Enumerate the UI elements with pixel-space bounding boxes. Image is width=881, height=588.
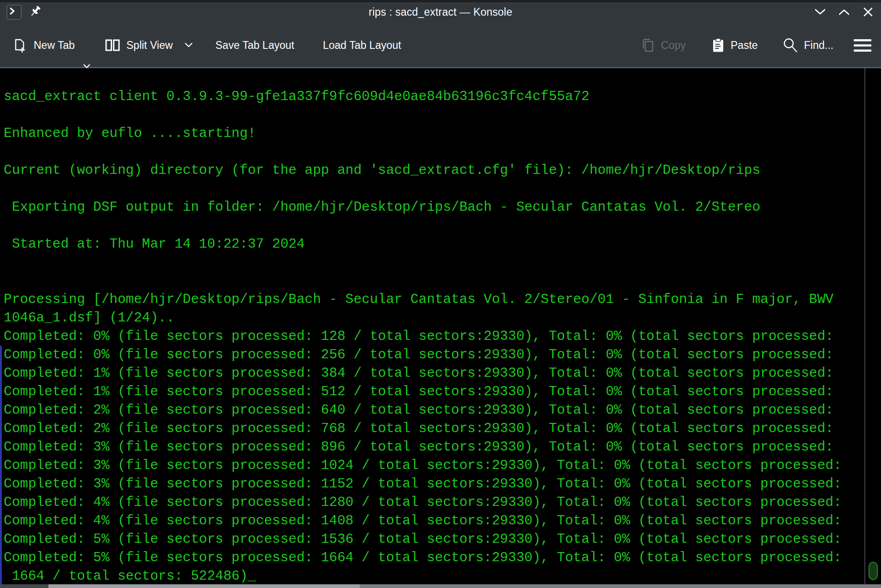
terminal-cursor: _ [248, 569, 256, 584]
terminal-line: Completed: 3% (file sectors processed: 1… [4, 457, 864, 475]
terminal-line: Completed: 1% (file sectors processed: 5… [4, 383, 864, 401]
terminal-line: Completed: 4% (file sectors processed: 1… [4, 512, 864, 530]
scrollbar-track[interactable] [865, 68, 881, 584]
load-tab-layout-label: Load Tab Layout [323, 39, 401, 52]
terminal-line [4, 217, 864, 235]
line-marker-bar [0, 346, 2, 584]
konsole-window: rips : sacd_extract — Konsole New Tab [0, 0, 881, 588]
terminal-line: Enhanced by euflo ....starting! [4, 125, 864, 143]
maximize-icon[interactable] [838, 6, 851, 18]
paste-label: Paste [731, 39, 758, 52]
minimize-icon[interactable] [814, 6, 827, 18]
copy-icon [641, 38, 655, 53]
new-tab-icon [13, 37, 28, 53]
terminal-line: Completed: 5% (file sectors processed: 1… [4, 549, 864, 567]
window-title: rips : sacd_extract — Konsole [0, 6, 881, 18]
paste-button[interactable]: Paste [712, 34, 758, 56]
titlebar[interactable]: rips : sacd_extract — Konsole [0, 2, 881, 23]
save-tab-layout-button[interactable]: Save Tab Layout [215, 34, 294, 56]
hamburger-menu-icon[interactable] [854, 34, 871, 56]
terminal-line: Completed: 5% (file sectors processed: 1… [4, 530, 864, 549]
new-tab-label: New Tab [34, 39, 75, 52]
terminal-line [4, 254, 864, 272]
split-view-label: Split View [126, 39, 173, 52]
split-view-icon [105, 38, 120, 53]
terminal-area[interactable]: sacd_extract client 0.3.9.3-99-gfe1a337f… [0, 68, 864, 584]
terminal-line [4, 143, 864, 161]
paste-icon [712, 38, 725, 53]
find-label: Find... [804, 39, 833, 52]
terminal-line: Started at: Thu Mar 14 10:22:37 2024 [4, 235, 864, 254]
terminal-line: Completed: 0% (file sectors processed: 2… [4, 346, 864, 364]
window-bottom-frame [0, 584, 881, 588]
terminal-line: Exporting DSF output in folder: /home/hj… [4, 198, 864, 217]
close-icon[interactable] [862, 6, 875, 18]
terminal-last-line: 1664 / total sectors: 522486)_ [4, 567, 864, 584]
new-tab-button[interactable]: New Tab [13, 34, 75, 56]
terminal-line [4, 272, 864, 291]
copy-label: Copy [661, 39, 686, 52]
split-view-button[interactable]: Split View [105, 34, 194, 56]
search-icon [782, 37, 798, 53]
toolbar: New Tab Split View Save Tab Layout Load … [0, 23, 881, 68]
split-view-arrow-icon [184, 42, 194, 48]
terminal-line: sacd_extract client 0.3.9.3-99-gfe1a337f… [4, 88, 864, 106]
save-tab-layout-label: Save Tab Layout [215, 39, 294, 52]
terminal-output: sacd_extract client 0.3.9.3-99-gfe1a337f… [0, 68, 864, 584]
terminal-line: Completed: 3% (file sectors processed: 8… [4, 438, 864, 457]
terminal-line: Processing [/home/hjr/Desktop/rips/Bach … [4, 291, 864, 309]
terminal-line: Completed: 4% (file sectors processed: 1… [4, 493, 864, 512]
terminal-line: Completed: 0% (file sectors processed: 1… [4, 327, 864, 346]
scrollbar-thumb[interactable] [869, 562, 878, 580]
terminal-line [4, 180, 864, 198]
terminal-line [4, 106, 864, 125]
terminal-line: Completed: 2% (file sectors processed: 6… [4, 401, 864, 420]
terminal-line: Current (working) directory (for the app… [4, 161, 864, 180]
terminal-line: Completed: 3% (file sectors processed: 1… [4, 475, 864, 493]
copy-button[interactable]: Copy [641, 34, 686, 56]
terminal-line: Completed: 1% (file sectors processed: 3… [4, 364, 864, 383]
find-button[interactable]: Find... [782, 34, 833, 56]
load-tab-layout-button[interactable]: Load Tab Layout [323, 34, 401, 56]
terminal-line: Completed: 2% (file sectors processed: 7… [4, 420, 864, 438]
terminal-line: 1046a_1.dsf] (1/24).. [4, 309, 864, 327]
